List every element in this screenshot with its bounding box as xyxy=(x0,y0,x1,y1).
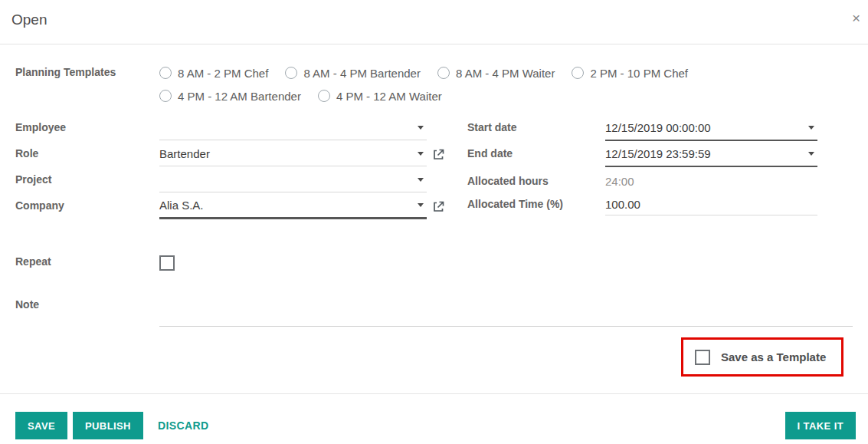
allocated-time-label: Allocated Time (%) xyxy=(467,198,563,210)
caret-down-icon[interactable] xyxy=(418,178,424,182)
save-as-template-label: Save as a Template xyxy=(721,350,826,363)
header-divider xyxy=(0,44,868,44)
start-date-label: Start date xyxy=(467,121,517,133)
employee-field[interactable] xyxy=(159,115,427,140)
save-button[interactable]: SAVE xyxy=(15,412,67,439)
planning-templates-row-1: 8 AM - 2 PM Chef 8 AM - 4 PM Bartender 8… xyxy=(159,66,688,80)
radio-label: 2 PM - 10 PM Chef xyxy=(590,67,688,80)
dialog-title: Open xyxy=(11,12,47,28)
repeat-checkbox[interactable] xyxy=(159,255,175,271)
radio-icon[interactable] xyxy=(318,90,330,102)
open-shift-dialog: Open × Planning Templates 8 AM - 2 PM Ch… xyxy=(0,0,868,444)
radio-icon[interactable] xyxy=(159,90,172,102)
radio-option-4pm-12am-waiter[interactable]: 4 PM - 12 AM Waiter xyxy=(318,90,442,103)
radio-icon[interactable] xyxy=(572,67,584,79)
radio-label: 8 AM - 4 PM Waiter xyxy=(456,67,555,80)
radio-option-8am-4pm-bartender[interactable]: 8 AM - 4 PM Bartender xyxy=(285,67,421,80)
start-date-field[interactable]: 12/15/2019 00:00:00 xyxy=(605,115,817,141)
radio-icon[interactable] xyxy=(285,67,297,79)
allocated-time-value: 100.00 xyxy=(605,198,640,211)
company-label: Company xyxy=(15,199,64,212)
discard-button[interactable]: DISCARD xyxy=(158,412,209,439)
end-date-value: 12/15/2019 23:59:59 xyxy=(605,147,711,160)
footer-divider xyxy=(0,393,868,394)
radio-label: 4 PM - 12 AM Waiter xyxy=(336,90,442,103)
save-as-template-checkbox[interactable] xyxy=(695,350,710,365)
radio-icon[interactable] xyxy=(437,67,450,79)
caret-down-icon[interactable] xyxy=(808,126,814,130)
project-field[interactable] xyxy=(159,167,427,192)
allocated-hours-field: 24:00 xyxy=(605,169,817,193)
radio-option-8am-4pm-waiter[interactable]: 8 AM - 4 PM Waiter xyxy=(437,67,555,80)
company-value: Alia S.A. xyxy=(159,199,204,212)
company-field[interactable]: Alia S.A. xyxy=(159,192,427,219)
project-label: Project xyxy=(15,173,51,186)
allocated-hours-value: 24:00 xyxy=(605,175,634,188)
allocated-hours-label: Allocated hours xyxy=(467,175,549,187)
i-take-it-button[interactable]: I TAKE IT xyxy=(785,412,856,439)
external-link-icon[interactable] xyxy=(433,201,444,212)
planning-templates-label: Planning Templates xyxy=(15,66,116,78)
radio-label: 4 PM - 12 AM Bartender xyxy=(178,90,301,103)
caret-down-icon[interactable] xyxy=(418,126,424,130)
radio-option-4pm-12am-bartender[interactable]: 4 PM - 12 AM Bartender xyxy=(159,90,301,103)
allocated-time-field[interactable]: 100.00 xyxy=(605,193,817,215)
radio-option-8am-2pm-chef[interactable]: 8 AM - 2 PM Chef xyxy=(159,67,268,80)
note-label: Note xyxy=(15,298,39,311)
caret-down-icon[interactable] xyxy=(418,203,424,207)
external-link-icon[interactable] xyxy=(433,149,444,160)
radio-icon[interactable] xyxy=(159,67,172,79)
publish-button[interactable]: PUBLISH xyxy=(73,412,143,439)
role-value: Bartender xyxy=(159,147,210,160)
role-label: Role xyxy=(15,147,38,160)
caret-down-icon[interactable] xyxy=(808,152,814,156)
radio-option-2pm-10pm-chef[interactable]: 2 PM - 10 PM Chef xyxy=(572,67,688,80)
note-input[interactable] xyxy=(159,300,853,327)
repeat-label: Repeat xyxy=(15,255,51,268)
start-date-value: 12/15/2019 00:00:00 xyxy=(605,121,711,134)
role-field[interactable]: Bartender xyxy=(159,141,427,166)
planning-templates-row-2: 4 PM - 12 AM Bartender 4 PM - 12 AM Wait… xyxy=(159,89,442,103)
close-icon[interactable]: × xyxy=(852,11,860,25)
employee-label: Employee xyxy=(15,121,66,133)
radio-label: 8 AM - 2 PM Chef xyxy=(178,67,268,80)
save-as-template-annotation-box: Save as a Template xyxy=(681,337,843,377)
radio-label: 8 AM - 4 PM Bartender xyxy=(303,67,421,80)
end-date-field[interactable]: 12/15/2019 23:59:59 xyxy=(605,141,817,167)
caret-down-icon[interactable] xyxy=(418,152,424,156)
end-date-label: End date xyxy=(467,147,513,160)
